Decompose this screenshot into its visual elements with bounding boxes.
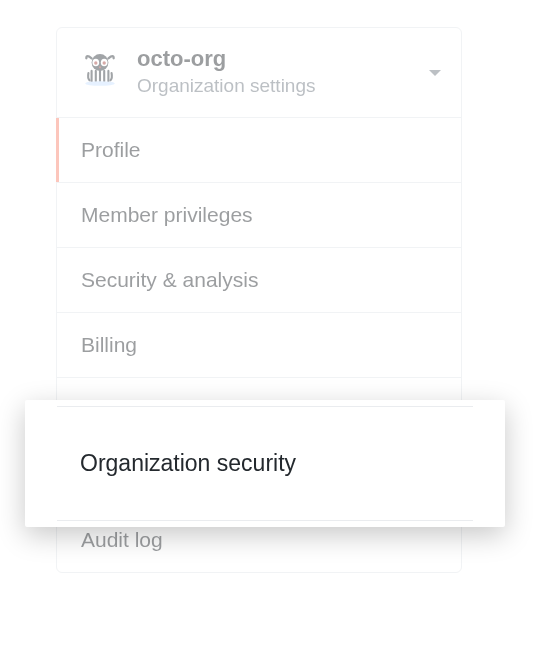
svg-point-5 bbox=[99, 66, 101, 68]
octocat-avatar-icon bbox=[79, 52, 121, 94]
org-info: octo-org Organization settings bbox=[137, 46, 421, 99]
org-name: octo-org bbox=[137, 46, 421, 72]
svg-point-6 bbox=[85, 81, 114, 86]
sidebar-item-member-privileges[interactable]: Member privileges bbox=[57, 183, 461, 248]
svg-point-4 bbox=[103, 61, 106, 64]
org-switcher[interactable]: octo-org Organization settings bbox=[57, 28, 461, 118]
highlighted-item-card: Organization security bbox=[25, 400, 505, 527]
svg-point-3 bbox=[94, 61, 97, 64]
sidebar-item-label: Profile bbox=[81, 138, 141, 161]
sidebar-item-organization-security[interactable]: Organization security bbox=[57, 406, 473, 521]
sidebar-item-billing[interactable]: Billing bbox=[57, 313, 461, 378]
sidebar-item-label: Billing bbox=[81, 333, 137, 356]
sidebar-item-label: Organization security bbox=[57, 450, 296, 477]
sidebar-item-profile[interactable]: Profile bbox=[57, 118, 461, 183]
sidebar-item-label: Member privileges bbox=[81, 203, 253, 226]
sidebar-item-label: Security & analysis bbox=[81, 268, 258, 291]
chevron-down-icon bbox=[429, 70, 441, 76]
org-subtitle: Organization settings bbox=[137, 74, 421, 99]
sidebar-item-security-analysis[interactable]: Security & analysis bbox=[57, 248, 461, 313]
sidebar-item-label: Audit log bbox=[81, 528, 163, 551]
